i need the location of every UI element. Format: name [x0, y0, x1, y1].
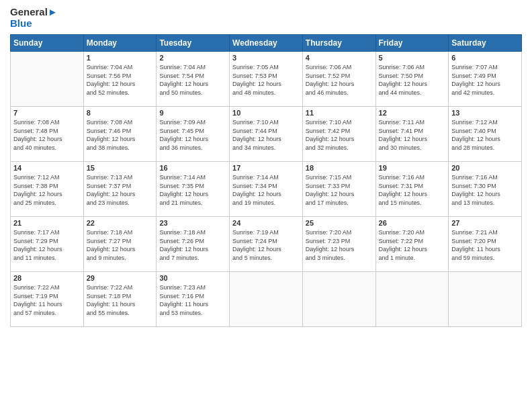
day-info: Sunrise: 7:18 AM Sunset: 7:26 PM Dayligh… — [159, 228, 226, 262]
logo: General► Blue — [10, 7, 58, 29]
day-info: Sunrise: 7:10 AM Sunset: 7:44 PM Dayligh… — [232, 118, 300, 152]
calendar-cell — [11, 52, 84, 107]
day-info: Sunrise: 7:14 AM Sunset: 7:35 PM Dayligh… — [159, 173, 226, 207]
day-info: Sunrise: 7:16 AM Sunset: 7:31 PM Dayligh… — [379, 173, 446, 207]
day-info: Sunrise: 7:18 AM Sunset: 7:27 PM Dayligh… — [87, 228, 154, 262]
day-info: Sunrise: 7:13 AM Sunset: 7:37 PM Dayligh… — [87, 173, 154, 207]
day-number: 27 — [451, 219, 519, 227]
logo-text-block: General► Blue — [10, 7, 58, 29]
calendar-cell — [375, 272, 449, 327]
day-number: 3 — [232, 54, 300, 62]
calendar-cell: 5Sunrise: 7:06 AM Sunset: 7:50 PM Daylig… — [375, 52, 449, 107]
day-number: 25 — [306, 219, 373, 227]
day-number: 11 — [306, 109, 373, 117]
day-info: Sunrise: 7:10 AM Sunset: 7:42 PM Dayligh… — [306, 118, 373, 152]
day-number: 5 — [379, 54, 446, 62]
day-number: 15 — [87, 164, 154, 172]
day-info: Sunrise: 7:07 AM Sunset: 7:49 PM Dayligh… — [451, 63, 519, 97]
calendar-cell: 2Sunrise: 7:04 AM Sunset: 7:54 PM Daylig… — [157, 52, 230, 107]
calendar-cell: 7Sunrise: 7:08 AM Sunset: 7:48 PM Daylig… — [11, 107, 84, 162]
calendar-cell: 25Sunrise: 7:20 AM Sunset: 7:23 PM Dayli… — [302, 217, 375, 272]
calendar-cell: 20Sunrise: 7:16 AM Sunset: 7:30 PM Dayli… — [449, 162, 522, 217]
day-number: 22 — [87, 219, 154, 227]
day-number: 8 — [87, 109, 154, 117]
day-info: Sunrise: 7:17 AM Sunset: 7:29 PM Dayligh… — [13, 228, 81, 262]
calendar-cell: 26Sunrise: 7:20 AM Sunset: 7:22 PM Dayli… — [375, 217, 449, 272]
day-number: 20 — [451, 164, 519, 172]
day-number: 12 — [379, 109, 446, 117]
header: General► Blue — [10, 7, 522, 29]
calendar-cell: 23Sunrise: 7:18 AM Sunset: 7:26 PM Dayli… — [157, 217, 230, 272]
day-number: 23 — [159, 219, 226, 227]
day-info: Sunrise: 7:22 AM Sunset: 7:18 PM Dayligh… — [87, 283, 154, 317]
calendar-cell — [302, 272, 375, 327]
calendar-cell — [230, 272, 303, 327]
calendar-week-row: 28Sunrise: 7:22 AM Sunset: 7:19 PM Dayli… — [11, 272, 522, 327]
day-info: Sunrise: 7:19 AM Sunset: 7:24 PM Dayligh… — [232, 228, 300, 262]
calendar-cell: 29Sunrise: 7:22 AM Sunset: 7:18 PM Dayli… — [83, 272, 157, 327]
calendar-header-row: SundayMondayTuesdayWednesdayThursdayFrid… — [11, 35, 522, 52]
day-number: 9 — [159, 109, 226, 117]
day-number: 19 — [379, 164, 446, 172]
day-number: 29 — [87, 274, 154, 282]
day-of-week-header: Friday — [375, 35, 449, 52]
calendar-cell: 16Sunrise: 7:14 AM Sunset: 7:35 PM Dayli… — [157, 162, 230, 217]
calendar-cell: 8Sunrise: 7:08 AM Sunset: 7:46 PM Daylig… — [83, 107, 157, 162]
calendar-week-row: 14Sunrise: 7:12 AM Sunset: 7:38 PM Dayli… — [11, 162, 522, 217]
day-info: Sunrise: 7:11 AM Sunset: 7:41 PM Dayligh… — [379, 118, 446, 152]
day-number: 21 — [13, 219, 81, 227]
day-info: Sunrise: 7:06 AM Sunset: 7:52 PM Dayligh… — [306, 63, 373, 97]
day-number: 14 — [13, 164, 81, 172]
day-info: Sunrise: 7:20 AM Sunset: 7:23 PM Dayligh… — [306, 228, 373, 262]
calendar-cell: 15Sunrise: 7:13 AM Sunset: 7:37 PM Dayli… — [83, 162, 157, 217]
calendar-cell: 12Sunrise: 7:11 AM Sunset: 7:41 PM Dayli… — [375, 107, 449, 162]
day-info: Sunrise: 7:21 AM Sunset: 7:20 PM Dayligh… — [451, 228, 519, 262]
day-number: 18 — [306, 164, 373, 172]
day-info: Sunrise: 7:12 AM Sunset: 7:40 PM Dayligh… — [451, 118, 519, 152]
logo-blue: Blue — [10, 18, 58, 30]
calendar-cell: 27Sunrise: 7:21 AM Sunset: 7:20 PM Dayli… — [449, 217, 522, 272]
day-info: Sunrise: 7:20 AM Sunset: 7:22 PM Dayligh… — [379, 228, 446, 262]
calendar-cell — [449, 272, 522, 327]
day-number: 28 — [13, 274, 81, 282]
calendar-cell: 14Sunrise: 7:12 AM Sunset: 7:38 PM Dayli… — [11, 162, 84, 217]
day-info: Sunrise: 7:14 AM Sunset: 7:34 PM Dayligh… — [232, 173, 300, 207]
calendar-cell: 22Sunrise: 7:18 AM Sunset: 7:27 PM Dayli… — [83, 217, 157, 272]
calendar-cell: 1Sunrise: 7:04 AM Sunset: 7:56 PM Daylig… — [83, 52, 157, 107]
day-info: Sunrise: 7:22 AM Sunset: 7:19 PM Dayligh… — [13, 283, 81, 317]
calendar-cell: 9Sunrise: 7:09 AM Sunset: 7:45 PM Daylig… — [157, 107, 230, 162]
calendar-cell: 17Sunrise: 7:14 AM Sunset: 7:34 PM Dayli… — [230, 162, 303, 217]
day-number: 2 — [159, 54, 226, 62]
calendar-week-row: 21Sunrise: 7:17 AM Sunset: 7:29 PM Dayli… — [11, 217, 522, 272]
calendar-cell: 11Sunrise: 7:10 AM Sunset: 7:42 PM Dayli… — [302, 107, 375, 162]
calendar-cell: 19Sunrise: 7:16 AM Sunset: 7:31 PM Dayli… — [375, 162, 449, 217]
day-info: Sunrise: 7:08 AM Sunset: 7:46 PM Dayligh… — [87, 118, 154, 152]
day-number: 6 — [451, 54, 519, 62]
calendar-cell: 4Sunrise: 7:06 AM Sunset: 7:52 PM Daylig… — [302, 52, 375, 107]
day-number: 30 — [159, 274, 226, 282]
day-number: 4 — [306, 54, 373, 62]
day-number: 13 — [451, 109, 519, 117]
calendar-week-row: 1Sunrise: 7:04 AM Sunset: 7:56 PM Daylig… — [11, 52, 522, 107]
day-info: Sunrise: 7:08 AM Sunset: 7:48 PM Dayligh… — [13, 118, 81, 152]
day-of-week-header: Saturday — [449, 35, 522, 52]
calendar-cell: 30Sunrise: 7:23 AM Sunset: 7:16 PM Dayli… — [157, 272, 230, 327]
page: General► Blue SundayMondayTuesdayWednesd… — [0, 0, 532, 411]
calendar-week-row: 7Sunrise: 7:08 AM Sunset: 7:48 PM Daylig… — [11, 107, 522, 162]
day-info: Sunrise: 7:12 AM Sunset: 7:38 PM Dayligh… — [13, 173, 81, 207]
calendar-table: SundayMondayTuesdayWednesdayThursdayFrid… — [10, 34, 522, 327]
day-of-week-header: Wednesday — [230, 35, 303, 52]
day-info: Sunrise: 7:06 AM Sunset: 7:50 PM Dayligh… — [379, 63, 446, 97]
calendar-cell: 28Sunrise: 7:22 AM Sunset: 7:19 PM Dayli… — [11, 272, 84, 327]
day-info: Sunrise: 7:16 AM Sunset: 7:30 PM Dayligh… — [451, 173, 519, 207]
day-number: 17 — [232, 164, 300, 172]
day-number: 10 — [232, 109, 300, 117]
day-info: Sunrise: 7:15 AM Sunset: 7:33 PM Dayligh… — [306, 173, 373, 207]
day-info: Sunrise: 7:05 AM Sunset: 7:53 PM Dayligh… — [232, 63, 300, 97]
day-of-week-header: Monday — [83, 35, 157, 52]
logo-general: General► — [10, 7, 58, 18]
day-number: 24 — [232, 219, 300, 227]
day-number: 7 — [13, 109, 81, 117]
calendar-cell: 3Sunrise: 7:05 AM Sunset: 7:53 PM Daylig… — [230, 52, 303, 107]
day-number: 1 — [87, 54, 154, 62]
